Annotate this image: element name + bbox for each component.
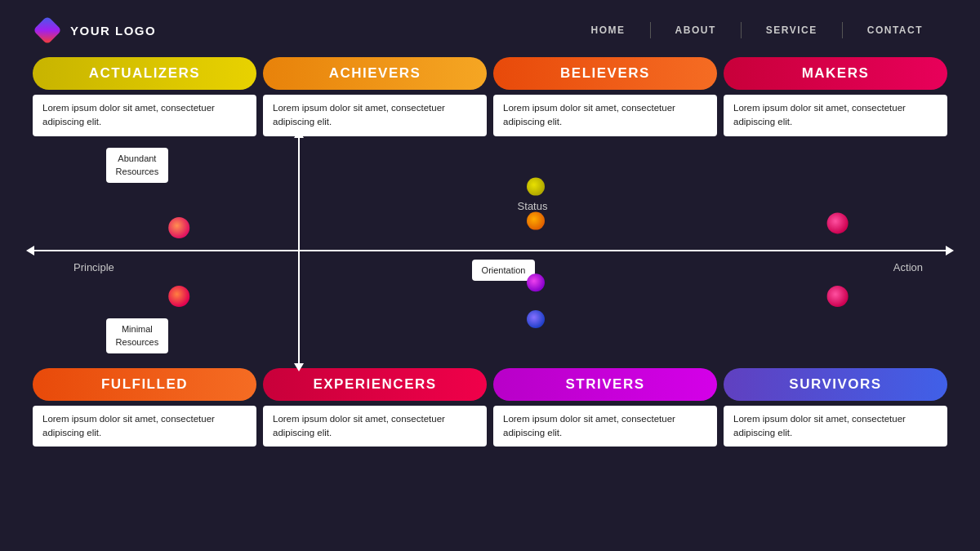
nav-home[interactable]: HOME xyxy=(567,24,650,36)
logo-area: YOUR LOGO xyxy=(33,16,156,45)
desc-strivers: Lorem ipsum dolor sit amet, consectetuer… xyxy=(493,406,717,447)
category-makers: MAKERS xyxy=(724,57,947,90)
category-believers: BELIEVERS xyxy=(493,57,717,90)
chart-area: Principle Status Action AbundantResource… xyxy=(33,136,947,365)
category-strivers: STRIVERS xyxy=(493,368,717,401)
top-descriptions: Lorem ipsum dolor sit amet, consectetuer… xyxy=(0,95,980,136)
dot-3 xyxy=(527,177,545,195)
desc-survivors: Lorem ipsum dolor sit amet, consectetuer… xyxy=(724,406,947,447)
category-actualizers: ACTUALIZERS xyxy=(33,57,256,90)
chart-svg xyxy=(33,136,947,365)
dot-7 xyxy=(827,212,849,233)
nav-contact[interactable]: CONTACT xyxy=(843,24,947,36)
nav-links: HOME ABOUT SERVICE CONTACT xyxy=(567,22,947,38)
bottom-descriptions: Lorem ipsum dolor sit amet, consectetuer… xyxy=(0,406,980,447)
category-survivors: SURVIVORS xyxy=(724,368,947,401)
nav-about[interactable]: ABOUT xyxy=(651,24,741,36)
logo-text: YOUR LOGO xyxy=(70,24,156,38)
desc-experiencers: Lorem ipsum dolor sit amet, consectetuer… xyxy=(263,406,487,447)
dot-1 xyxy=(168,217,189,238)
dot-8 xyxy=(827,286,849,307)
category-achievers: ACHIEVERS xyxy=(263,57,487,90)
logo-icon xyxy=(33,16,62,45)
desc-fulfilled: Lorem ipsum dolor sit amet, consectetuer… xyxy=(33,406,256,447)
navbar: YOUR LOGO HOME ABOUT SERVICE CONTACT xyxy=(0,0,980,57)
desc-believers: Lorem ipsum dolor sit amet, consectetuer… xyxy=(493,95,717,136)
dot-6 xyxy=(527,310,545,328)
nav-service[interactable]: SERVICE xyxy=(742,24,842,36)
bottom-categories: FULFILLED EXPERIENCERS STRIVERS SURVIVOR… xyxy=(0,368,980,401)
dot-4 xyxy=(527,211,545,229)
category-fulfilled: FULFILLED xyxy=(33,368,256,401)
dot-5 xyxy=(527,273,545,291)
top-categories: ACTUALIZERS ACHIEVERS BELIEVERS MAKERS xyxy=(0,57,980,90)
desc-makers: Lorem ipsum dolor sit amet, consectetuer… xyxy=(724,95,947,136)
svg-rect-0 xyxy=(33,16,62,45)
dot-2 xyxy=(168,286,189,307)
desc-actualizers: Lorem ipsum dolor sit amet, consectetuer… xyxy=(33,95,256,136)
category-experiencers: EXPERIENCERS xyxy=(263,368,487,401)
